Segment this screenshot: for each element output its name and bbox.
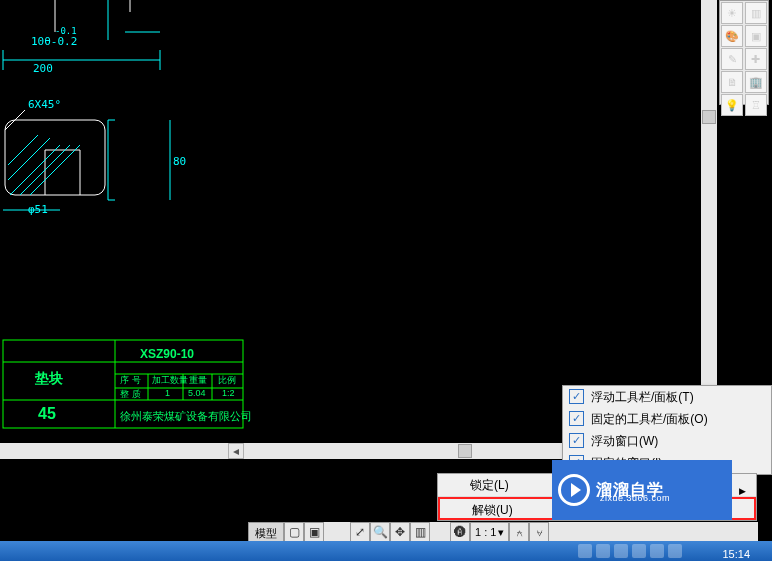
bulb-icon[interactable]: 💡 bbox=[721, 94, 743, 116]
doc-icon[interactable]: 🗎 bbox=[721, 71, 743, 93]
play-icon bbox=[558, 474, 590, 506]
svg-rect-7 bbox=[5, 120, 105, 195]
tab-model[interactable]: 模型 bbox=[248, 522, 284, 542]
menu-label: 固定的工具栏/面板(O) bbox=[591, 411, 708, 428]
status-bar: 模型 ▢ ▣ ⤢ 🔍 ✥ ▥ 🅐 1 : 1 ▾ ⍲ ⍱ bbox=[248, 522, 758, 542]
check-icon: ✓ bbox=[569, 433, 584, 448]
tb-hdr-xuhao: 序 号 bbox=[120, 374, 141, 387]
scrollbar-vertical[interactable] bbox=[701, 0, 717, 443]
palette-icon[interactable]: 🎨 bbox=[721, 25, 743, 47]
dim-chamfer: 6X45° bbox=[28, 98, 61, 111]
dropdown-icon: ▾ bbox=[498, 523, 504, 541]
pan-icon[interactable]: ✥ bbox=[390, 522, 410, 542]
check-icon: ✓ bbox=[569, 411, 584, 426]
taskbar-clock[interactable]: 15:14 bbox=[722, 548, 750, 560]
zoom-icon[interactable]: 🔍 bbox=[370, 522, 390, 542]
annoscale-a-icon[interactable]: ⍲ bbox=[509, 522, 529, 542]
svg-line-14 bbox=[30, 145, 80, 195]
annotate-scale-icon[interactable]: 🅐 bbox=[450, 522, 470, 542]
scale-dropdown[interactable]: 1 : 1 ▾ bbox=[470, 522, 509, 542]
layout2-icon[interactable]: ▣ bbox=[304, 522, 324, 542]
tb-hdr-bili: 比例 bbox=[218, 374, 236, 387]
tray-icon[interactable] bbox=[650, 544, 664, 558]
pagoda-icon[interactable]: ♖ bbox=[745, 94, 767, 116]
system-tray[interactable] bbox=[502, 544, 682, 560]
tb-company: 徐州泰荣煤矿设备有限公司 bbox=[120, 409, 252, 424]
menu-docked-toolbars[interactable]: ✓ 固定的工具栏/面板(O) bbox=[563, 408, 771, 430]
scrollbar-thumb-h[interactable] bbox=[458, 444, 472, 458]
tb-v-zhong: 5.04 bbox=[188, 388, 206, 398]
drawing-canvas[interactable]: 200 10θ-0.2 -0.1 6X45° 80 φ51 垫块 45 XSZ9… bbox=[0, 0, 703, 443]
submenu-unlock-label: 解锁(U) bbox=[472, 503, 513, 517]
tray-icon[interactable] bbox=[596, 544, 610, 558]
tb-v-bili: 1:2 bbox=[222, 388, 235, 398]
brick-icon[interactable]: ▥ bbox=[745, 2, 767, 24]
watermark-badge: 溜溜自学 zixue.3d66.com bbox=[552, 460, 732, 520]
tb-hdr-jiagong: 加工数量 bbox=[152, 374, 188, 387]
scrollbar-arrow-left[interactable]: ◂ bbox=[228, 443, 244, 459]
svg-line-16 bbox=[8, 135, 38, 165]
tray-icon[interactable] bbox=[614, 544, 628, 558]
watermark-url: zixue.3d66.com bbox=[600, 493, 670, 503]
layout1-icon[interactable]: ▢ bbox=[284, 522, 304, 542]
right-tool-palette[interactable]: ☀ ▥ 🎨 ▣ ✎ ✚ 🗎 🏢 💡 ♖ bbox=[719, 0, 769, 105]
viewport-icon[interactable]: ▥ bbox=[410, 522, 430, 542]
sun-icon[interactable]: ☀ bbox=[721, 2, 743, 24]
windows-taskbar[interactable]: 15:14 bbox=[0, 541, 772, 561]
tb-partname: 垫块 bbox=[35, 370, 63, 388]
scale-value: 1 : 1 bbox=[475, 523, 496, 541]
menu-label: 浮动工具栏/面板(T) bbox=[591, 389, 694, 406]
pen-icon[interactable]: ✎ bbox=[721, 48, 743, 70]
tb-v-xuhao: 整 质 bbox=[120, 388, 141, 401]
annoscale-b-icon[interactable]: ⍱ bbox=[529, 522, 549, 542]
building-icon[interactable]: 🏢 bbox=[745, 71, 767, 93]
menu-float-toolbars[interactable]: ✓ 浮动工具栏/面板(T) bbox=[563, 386, 771, 408]
tb-v-jiagong: 1 bbox=[165, 388, 170, 398]
tray-icon[interactable] bbox=[668, 544, 682, 558]
zoom-fit-icon[interactable]: ⤢ bbox=[350, 522, 370, 542]
plus-icon[interactable]: ✚ bbox=[745, 48, 767, 70]
menu-label: 浮动窗口(W) bbox=[591, 433, 658, 450]
dim-phi51: φ51 bbox=[28, 203, 48, 216]
cube-icon[interactable]: ▣ bbox=[745, 25, 767, 47]
tb-code: XSZ90-10 bbox=[140, 347, 194, 361]
scrollbar-thumb[interactable] bbox=[702, 110, 716, 124]
dim-tol-upper: -0.1 bbox=[55, 26, 77, 36]
dim-tol: 10θ-0.2 bbox=[31, 35, 77, 48]
tray-icon[interactable] bbox=[578, 544, 592, 558]
menu-float-windows[interactable]: ✓ 浮动窗口(W) bbox=[563, 430, 771, 452]
tb-hdr-zhong: 重量 bbox=[189, 374, 207, 387]
dim-80: 80 bbox=[173, 155, 186, 168]
dim-200: 200 bbox=[33, 62, 53, 75]
submenu-lock-label: 锁定(L) bbox=[470, 478, 509, 492]
check-icon: ✓ bbox=[569, 389, 584, 404]
tray-icon[interactable] bbox=[632, 544, 646, 558]
tb-matnum: 45 bbox=[38, 405, 56, 423]
